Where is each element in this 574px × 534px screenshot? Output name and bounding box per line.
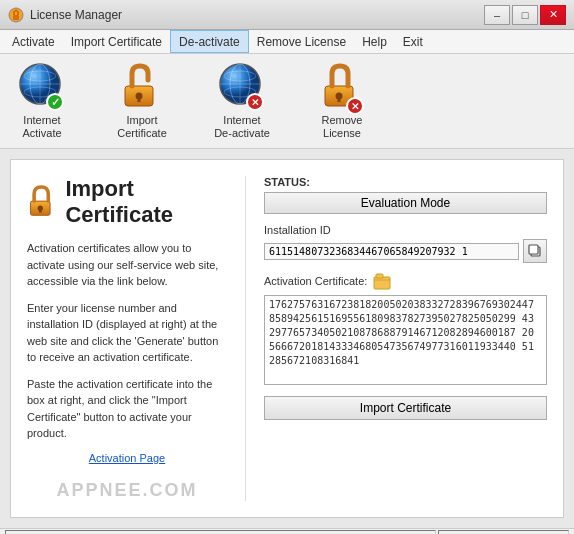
menu-import-certificate[interactable]: Import Certificate bbox=[63, 30, 170, 53]
svg-rect-19 bbox=[338, 97, 341, 102]
toolbar-activate-label: Internet Activate bbox=[22, 114, 61, 140]
svg-rect-25 bbox=[374, 277, 390, 289]
right-section: STATUS: Evaluation Mode Installation ID … bbox=[264, 176, 547, 501]
window-title: License Manager bbox=[30, 8, 122, 22]
svg-rect-22 bbox=[39, 209, 42, 213]
toolbar-internet-deactivate[interactable]: ✕ Internet De-activate bbox=[212, 62, 272, 140]
watermark: APPNEE.COM bbox=[27, 480, 227, 501]
divider bbox=[245, 176, 246, 501]
import-certificate-icon bbox=[118, 62, 166, 110]
left-section: Import Certificate Activation certificat… bbox=[27, 176, 227, 501]
remove-license-icon: ✕ bbox=[318, 62, 366, 110]
header-padlock-icon bbox=[27, 183, 55, 221]
toolbar-import-label: Import Certificate bbox=[117, 114, 167, 140]
import-certificate-button[interactable]: Import Certificate bbox=[264, 396, 547, 420]
padlock-open-icon bbox=[118, 62, 162, 110]
status-label: STATUS: bbox=[264, 176, 547, 188]
status-pane-1 bbox=[5, 530, 436, 534]
menu-bar: Activate Import Certificate De-activate … bbox=[0, 30, 574, 54]
description-2: Enter your license number and installati… bbox=[27, 300, 227, 366]
copy-icon bbox=[528, 244, 542, 258]
installation-id-input[interactable] bbox=[264, 243, 519, 260]
toolbar-remove-label: Remove License bbox=[322, 114, 363, 140]
activation-link[interactable]: Activation Page bbox=[27, 452, 227, 464]
toolbar-internet-activate[interactable]: ✓ Internet Activate bbox=[12, 62, 72, 140]
check-badge: ✓ bbox=[46, 93, 64, 111]
title-bar-left: License Manager bbox=[8, 7, 122, 23]
menu-help[interactable]: Help bbox=[354, 30, 395, 53]
status-bar bbox=[0, 528, 574, 534]
title-bar: License Manager – □ ✕ bbox=[0, 0, 574, 30]
window-controls: – □ ✕ bbox=[484, 5, 566, 25]
section-title: Import Certificate bbox=[65, 176, 227, 228]
description-1: Activation certificates allow you to act… bbox=[27, 240, 227, 290]
maximize-button[interactable]: □ bbox=[512, 5, 538, 25]
cert-icon bbox=[373, 273, 391, 291]
status-pane-2 bbox=[438, 530, 569, 534]
content-panel: Import Certificate Activation certificat… bbox=[10, 159, 564, 518]
close-button[interactable]: ✕ bbox=[540, 5, 566, 25]
installation-id-label: Installation ID bbox=[264, 224, 547, 236]
svg-rect-10 bbox=[138, 97, 141, 102]
installation-id-row bbox=[264, 239, 547, 263]
menu-remove-license[interactable]: Remove License bbox=[249, 30, 354, 53]
toolbar-import-certificate[interactable]: Import Certificate bbox=[112, 62, 172, 140]
section-header: Import Certificate bbox=[27, 176, 227, 228]
minimize-button[interactable]: – bbox=[484, 5, 510, 25]
toolbar-remove-license[interactable]: ✕ Remove License bbox=[312, 62, 372, 140]
cert-label-row: Activation Certificate: bbox=[264, 273, 547, 291]
menu-exit[interactable]: Exit bbox=[395, 30, 431, 53]
svg-rect-26 bbox=[376, 274, 383, 278]
internet-activate-icon: ✓ bbox=[18, 62, 66, 110]
certificate-textarea[interactable]: 1762757631672381820050203833272839676930… bbox=[264, 295, 547, 385]
toolbar-deactivate-label: Internet De-activate bbox=[214, 114, 270, 140]
x-badge-2: ✕ bbox=[346, 97, 364, 115]
menu-activate[interactable]: Activate bbox=[4, 30, 63, 53]
menu-deactivate[interactable]: De-activate bbox=[170, 30, 249, 53]
svg-rect-24 bbox=[529, 245, 538, 254]
toolbar: ✓ Internet Activate bbox=[0, 54, 574, 149]
x-badge: ✕ bbox=[246, 93, 264, 111]
main-content: Import Certificate Activation certificat… bbox=[0, 149, 574, 528]
app-icon bbox=[8, 7, 24, 23]
description-3: Paste the activation certificate into th… bbox=[27, 376, 227, 442]
internet-deactivate-icon: ✕ bbox=[218, 62, 266, 110]
copy-installation-id-button[interactable] bbox=[523, 239, 547, 263]
svg-rect-1 bbox=[13, 15, 19, 20]
cert-label: Activation Certificate: bbox=[264, 275, 367, 287]
eval-mode-display: Evaluation Mode bbox=[264, 192, 547, 214]
